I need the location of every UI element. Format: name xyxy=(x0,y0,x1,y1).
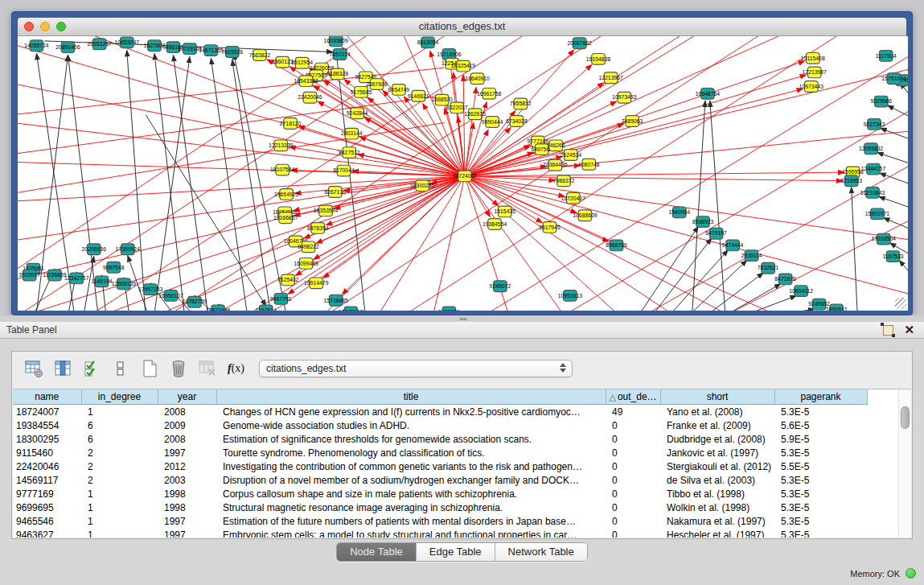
table-cell[interactable]: 0 xyxy=(606,459,660,473)
table-cell[interactable]: 5.5E-5 xyxy=(774,459,867,473)
network-node[interactable]: 746266 xyxy=(547,140,565,151)
table-cell[interactable]: 0 xyxy=(606,418,660,432)
network-node[interactable]: 17359924 xyxy=(116,244,141,255)
network-node[interactable]: 8813054 xyxy=(417,37,439,48)
network-node[interactable]: 2624534 xyxy=(561,150,582,161)
table-cell[interactable]: 9465546 xyxy=(13,514,81,528)
table-cell[interactable]: 22420046 xyxy=(13,459,81,473)
table-cell[interactable]: 6 xyxy=(81,418,158,432)
zoom-window-button[interactable] xyxy=(56,22,66,31)
table-row[interactable]: 946554611997Estimation of the future num… xyxy=(13,514,867,528)
table-row[interactable]: 911546021997Tourette syndrome. Phenomeno… xyxy=(13,446,867,459)
table-cell[interactable]: 1997 xyxy=(158,446,216,459)
network-node[interactable]: 7955812 xyxy=(510,98,532,109)
network-node[interactable]: 10653247 xyxy=(115,37,140,48)
network-node[interactable]: 22420046 xyxy=(298,92,322,103)
network-node[interactable]: 9245072 xyxy=(490,281,511,292)
network-node[interactable]: 2935114 xyxy=(741,250,762,262)
table-cell[interactable]: Embryonic stem cells: a model to study s… xyxy=(216,528,606,538)
table-row[interactable]: 1456911722003Disruption of a novel membe… xyxy=(13,473,867,487)
table-cell[interactable]: Disruption of a novel member of a sodium… xyxy=(216,473,606,487)
table-cell[interactable]: 5.3E-5 xyxy=(774,473,867,487)
network-node[interactable]: 11156869 xyxy=(43,270,67,281)
network-node[interactable]: 20206536 xyxy=(82,244,107,255)
table-cell[interactable]: 1 xyxy=(81,405,158,419)
network-node[interactable]: 14671355 xyxy=(199,45,224,56)
table-cell[interactable]: 1 xyxy=(81,501,158,514)
table-cell[interactable]: 19384554 xyxy=(13,418,81,432)
table-cell[interactable]: Hescheler et al. (1997) xyxy=(660,528,774,538)
network-node[interactable]: 8938923 xyxy=(692,216,714,228)
table-row[interactable]: 977716911998Corpus callosum shape and si… xyxy=(13,487,867,501)
tab-node-table[interactable]: Node Table xyxy=(337,543,417,561)
network-node[interactable]: 1658131 xyxy=(438,307,460,311)
column-header-name[interactable]: name xyxy=(13,389,81,405)
table-scrollbar[interactable] xyxy=(898,389,911,538)
network-node[interactable]: 10654112 xyxy=(789,286,813,297)
network-node[interactable]: 16961758 xyxy=(477,88,502,99)
network-node[interactable]: 18107554 xyxy=(270,164,295,175)
table-cell[interactable]: 0 xyxy=(606,446,660,459)
network-node[interactable]: 7663822 xyxy=(249,50,271,61)
table-cell[interactable]: Corpus callosum shape and size in male p… xyxy=(216,487,606,501)
resize-grip-icon[interactable] xyxy=(895,298,906,309)
network-node[interactable]: 12213339 xyxy=(269,140,294,151)
table-cell[interactable]: Changes of HCN gene expression and I(f) … xyxy=(216,405,606,419)
column-header-title[interactable]: title xyxy=(216,389,606,405)
table-cell[interactable]: 1 xyxy=(81,487,158,501)
network-node[interactable]: 9097548 xyxy=(103,262,125,273)
network-node[interactable]: 10115408 xyxy=(801,53,825,64)
table-cell[interactable]: 1997 xyxy=(158,514,216,528)
tab-network-table[interactable]: Network Table xyxy=(495,543,587,561)
network-node[interactable]: 9457791 xyxy=(270,294,292,305)
table-cell[interactable]: Tourette syndrome. Phenomenology and cla… xyxy=(216,446,606,459)
network-node[interactable]: 1568520 xyxy=(431,94,453,105)
table-cell[interactable]: 2008 xyxy=(158,405,216,419)
table-cell[interactable]: 5.3E-5 xyxy=(774,514,867,528)
table-cell[interactable]: 0 xyxy=(606,473,660,487)
table-settings-button[interactable] xyxy=(22,356,46,381)
table-cell[interactable]: 2 xyxy=(81,473,158,487)
network-node[interactable]: 1187514 xyxy=(256,305,277,311)
network-node[interactable]: 8968766 xyxy=(606,240,627,251)
table-cell[interactable]: 49 xyxy=(606,405,660,419)
network-node[interactable]: 15718485 xyxy=(324,295,349,306)
network-node[interactable]: 16154838 xyxy=(586,53,611,64)
minimize-window-button[interactable] xyxy=(40,22,50,31)
table-cell[interactable]: 9699695 xyxy=(13,501,81,514)
table-cell[interactable]: 0 xyxy=(606,432,660,446)
delete-columns-button[interactable] xyxy=(166,356,191,381)
network-node[interactable]: 7832621 xyxy=(758,262,779,274)
table-cell[interactable]: 6 xyxy=(81,432,158,446)
network-node[interactable]: 1167533 xyxy=(882,251,903,262)
table-cell[interactable]: Stergiakouli et al. (2012) xyxy=(660,459,774,473)
network-node[interactable]: 18640910 xyxy=(465,73,490,84)
new-column-button[interactable] xyxy=(138,356,162,381)
table-row[interactable]: 969969511998Structural magnetic resonanc… xyxy=(13,501,867,514)
close-panel-icon[interactable]: ✕ xyxy=(904,323,914,337)
network-graph[interactable]: 1405572420891406205532671065324715276029… xyxy=(18,36,908,311)
table-cell[interactable]: 9115460 xyxy=(13,446,81,459)
network-node[interactable]: 16648784 xyxy=(696,88,721,99)
network-node[interactable]: 15892971 xyxy=(865,208,890,220)
network-node[interactable]: 17016504 xyxy=(872,233,897,245)
scrollbar-thumb[interactable] xyxy=(901,406,910,429)
network-node[interactable]: 19654925 xyxy=(274,189,299,200)
network-node[interactable]: 9227343 xyxy=(864,119,885,130)
network-node[interactable]: 20891406 xyxy=(55,42,80,53)
network-node[interactable]: 1617945 xyxy=(539,222,561,233)
table-cell[interactable]: 0 xyxy=(606,514,660,528)
table-cell[interactable]: 0 xyxy=(606,487,660,501)
row-height-button[interactable] xyxy=(109,356,133,381)
tab-edge-table[interactable]: Edge Table xyxy=(417,543,495,561)
panel-splitter[interactable] xyxy=(0,315,924,322)
network-node[interactable]: 8454749 xyxy=(388,84,410,96)
network-node[interactable]: 12213987 xyxy=(803,67,827,78)
show-columns-button[interactable] xyxy=(51,356,75,381)
network-node[interactable]: 19384554 xyxy=(483,219,507,230)
network-node[interactable]: 16782759 xyxy=(183,296,207,307)
table-selector-dropdown[interactable]: citations_edges.txt xyxy=(259,360,573,377)
table-cell[interactable]: de Silva et al. (2003) xyxy=(660,473,774,487)
table-cell[interactable]: 0 xyxy=(606,528,660,538)
table-cell[interactable]: 0 xyxy=(606,501,660,514)
